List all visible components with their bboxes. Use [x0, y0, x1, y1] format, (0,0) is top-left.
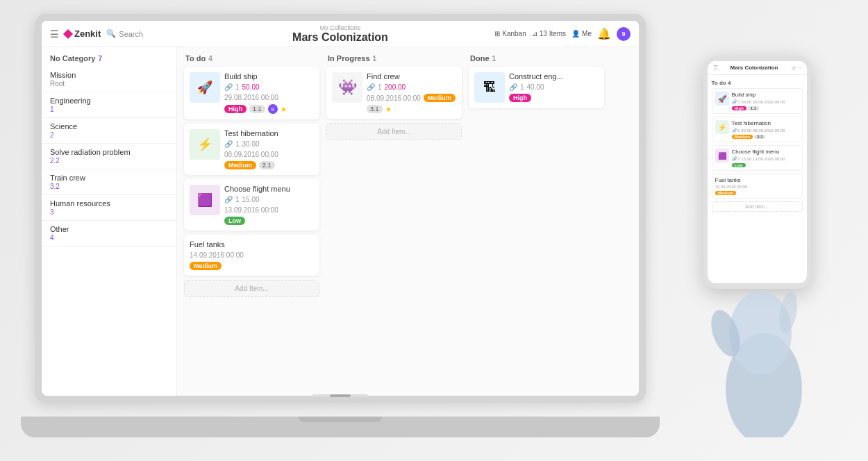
column-todo: To do 4 🚀 Build ship [184, 54, 319, 389]
link-icon: 🔗 [224, 83, 233, 91]
search-button[interactable]: 🔍 Search [106, 29, 143, 38]
category-item-science[interactable]: Science 2 [42, 118, 176, 144]
column-done: Done 1 🏗 Construct eng... [469, 54, 604, 389]
card-find-crew[interactable]: 👾 Find crew 🔗 1 200.00 [326, 67, 462, 119]
scrollbar-thumb[interactable] [330, 394, 351, 396]
category-name: Solve radiation problem [50, 148, 168, 156]
phone-thumb: ⚡ [715, 120, 729, 134]
phone-card-meta: 🔗 1 15.00 13.09.2016 00:00 [732, 156, 785, 161]
category-item-train-crew[interactable]: Train crew 3.2 [42, 169, 176, 195]
badge-low: Low [224, 217, 245, 225]
badge-version: 2.1 [259, 161, 275, 169]
laptop-base [21, 417, 660, 437]
card-build-ship[interactable]: 🚀 Build ship 🔗 1 50.00 29.08.2016 00:00 [184, 67, 319, 119]
column-title-todo: To do [185, 54, 206, 62]
category-name: Engineering [50, 97, 168, 105]
add-item-progress[interactable]: Add Item... [326, 123, 462, 140]
column-header-progress: In Progress 1 [326, 54, 462, 62]
phone-card-build-ship[interactable]: 🚀 Build ship 🔗 1 50.00 29.08.2016 00:00 … [712, 88, 803, 114]
card-badges-build-ship: High 1.1 9 ★ [224, 104, 314, 114]
laptop: ☰ Zenkit 🔍 Search My Collections Mars Co… [35, 14, 660, 437]
phone-card-body: Choose flight menu 🔗 1 15.00 13.09.2016 … [732, 149, 785, 167]
laptop-screen: ☰ Zenkit 🔍 Search My Collections Mars Co… [42, 21, 639, 396]
items-count: 13 Items [540, 30, 566, 37]
card-body-build-ship: Build ship 🔗 1 50.00 29.08.2016 00:00 [224, 72, 314, 114]
card-construct[interactable]: 🏗 Construct eng... 🔗 1 40.00 [469, 67, 604, 108]
phone-col-header: To do 4 [712, 78, 803, 88]
category-name: Mission [50, 71, 168, 79]
meta-num: 1 [235, 83, 240, 91]
phone-badge-high: High [732, 106, 746, 110]
brand-name: Zenkit [74, 28, 101, 39]
badge-high: High [509, 94, 531, 102]
card-body-menu: Choose flight menu 🔗 1 15.00 13.09.2016 … [224, 185, 314, 225]
phone-card-menu[interactable]: 🟪 Choose flight menu 🔗 1 15.00 13.09.201… [712, 145, 803, 171]
category-item-radiation[interactable]: Solve radiation problem 2.2 [42, 144, 176, 169]
phone-thumb: 🟪 [715, 149, 729, 162]
category-item-other[interactable]: Other 4 [42, 221, 176, 246]
card-badges-menu: Low [224, 217, 314, 225]
card-test-hibernation[interactable]: ⚡ Test hibernation 🔗 1 30.00 08.09.2016 … [184, 124, 319, 175]
badge-medium: Medium [224, 161, 256, 169]
category-item-mission[interactable]: Mission Root [42, 67, 176, 92]
category-item-engineering[interactable]: Engineering 1 [42, 92, 176, 118]
category-num: 3.2 [50, 183, 168, 190]
meta-value: 40.00 [527, 83, 544, 91]
card-title-build-ship: Build ship [224, 72, 314, 81]
card-badges-construct: High [509, 94, 599, 102]
phone-card-badges: High 1.1 [732, 106, 785, 110]
badge-version: 3.1 [367, 105, 383, 113]
left-panel: No Category 7 Mission Root Engineering 1 [42, 47, 177, 396]
card-title-hibernation: Test hibernation [224, 129, 314, 137]
meta-value: 50.00 [242, 83, 260, 91]
collections-label: My Collections [244, 24, 437, 31]
meta-value: 15.00 [242, 196, 260, 203]
star-icon: ★ [281, 106, 287, 113]
badge-medium: Medium [190, 262, 222, 270]
app-content: No Category 7 Mission Root Engineering 1 [42, 47, 639, 396]
phone-card-title: Choose flight menu [732, 149, 785, 155]
notification-icon[interactable]: 🔔 [597, 27, 611, 40]
card-thumb-hibernation: ⚡ [190, 129, 220, 160]
phone-header: ☰ Mars Colonization ⊿ ⋯ [708, 61, 807, 75]
filter-button[interactable]: ⊿ 13 Items [532, 30, 566, 37]
kanban-board: To do 4 🚀 Build ship [177, 47, 639, 396]
column-count-progress: 1 [373, 55, 377, 62]
meta-value: 30.00 [242, 140, 260, 148]
card-fuel-tanks[interactable]: Fuel tanks 14.09.2016 00:00 Medium [184, 235, 319, 276]
phone-title: Mars Colonization [718, 65, 791, 71]
add-item-todo[interactable]: Add Item... [184, 280, 319, 297]
kanban-icon: ⊞ [494, 30, 500, 37]
phone-card-meta: 14.09.2016 00:00 [715, 185, 799, 189]
card-flight-menu[interactable]: 🟪 Choose flight menu 🔗 1 15.00 13.09.201… [184, 179, 319, 230]
category-name: Other [50, 225, 168, 233]
zenkit-logo[interactable]: Zenkit [65, 28, 101, 39]
category-num: 2.2 [50, 157, 168, 165]
phone-card-hibernation[interactable]: ⚡ Test hibernation 🔗 1 30.00 08.09.2016 … [712, 117, 803, 142]
link-icon: 🔗 [224, 196, 233, 203]
link-icon: 🔗 [367, 83, 375, 91]
avatar[interactable]: 9 [617, 27, 631, 41]
card-badges-crew: 3.1 ★ [367, 105, 456, 113]
category-item-hr[interactable]: Human resources 3 [42, 195, 176, 221]
phone-badge-version: 1.1 [748, 106, 759, 110]
column-header-done: Done 1 [469, 54, 604, 62]
category-num: 4 [50, 234, 168, 242]
kanban-button[interactable]: ⊞ Kanban [494, 30, 526, 37]
phone-card-body: Test hibernation 🔗 1 30.00 08.09.2016 00… [732, 120, 785, 139]
scene: ☰ Zenkit 🔍 Search My Collections Mars Co… [0, 0, 868, 461]
zenkit-diamond-icon [63, 28, 73, 38]
card-meta-hibernation: 🔗 1 30.00 08.09.2016 00:00 [224, 140, 314, 158]
no-category-count: 7 [98, 55, 102, 62]
column-header-todo: To do 4 [184, 54, 319, 62]
search-label: Search [119, 30, 143, 38]
me-button[interactable]: 👤 Me [571, 30, 592, 37]
category-name: Science [50, 122, 168, 131]
menu-icon[interactable]: ☰ [50, 28, 59, 40]
card-body-construct: Construct eng... 🔗 1 40.00 High [509, 72, 599, 102]
category-name: Human resources [50, 199, 168, 208]
me-label: Me [582, 30, 592, 37]
header-left: ☰ Zenkit 🔍 Search [50, 28, 244, 40]
category-num: 1 [50, 106, 168, 113]
hand-illustration [639, 194, 847, 437]
